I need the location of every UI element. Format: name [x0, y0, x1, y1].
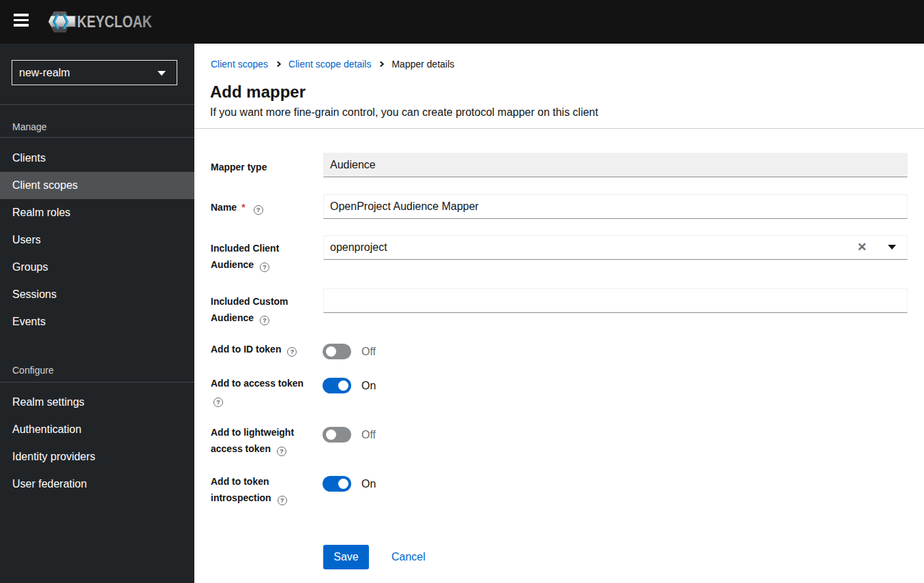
svg-text:KEYCLOAK: KEYCLOAK	[77, 13, 152, 31]
